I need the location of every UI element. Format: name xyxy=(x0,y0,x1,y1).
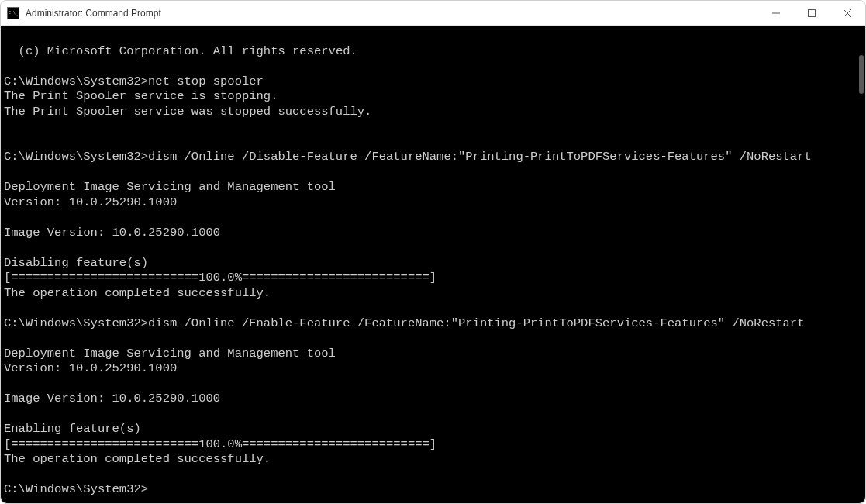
cmd-icon xyxy=(7,7,19,19)
minimize-button[interactable] xyxy=(758,1,794,26)
scrollbar-thumb[interactable] xyxy=(859,55,864,94)
close-icon xyxy=(844,9,851,17)
window-titlebar[interactable]: Administrator: Command Prompt xyxy=(1,1,865,26)
minimize-icon xyxy=(772,9,780,17)
window-controls xyxy=(758,1,865,25)
maximize-icon xyxy=(808,9,816,17)
scrollbar[interactable] xyxy=(856,26,865,503)
close-button[interactable] xyxy=(830,1,865,26)
maximize-button[interactable] xyxy=(794,1,830,26)
svg-rect-1 xyxy=(809,10,816,17)
terminal-area[interactable]: (c) Microsoft Corporation. All rights re… xyxy=(1,26,865,503)
window-title: Administrator: Command Prompt xyxy=(26,8,161,19)
titlebar-left: Administrator: Command Prompt xyxy=(7,7,161,19)
